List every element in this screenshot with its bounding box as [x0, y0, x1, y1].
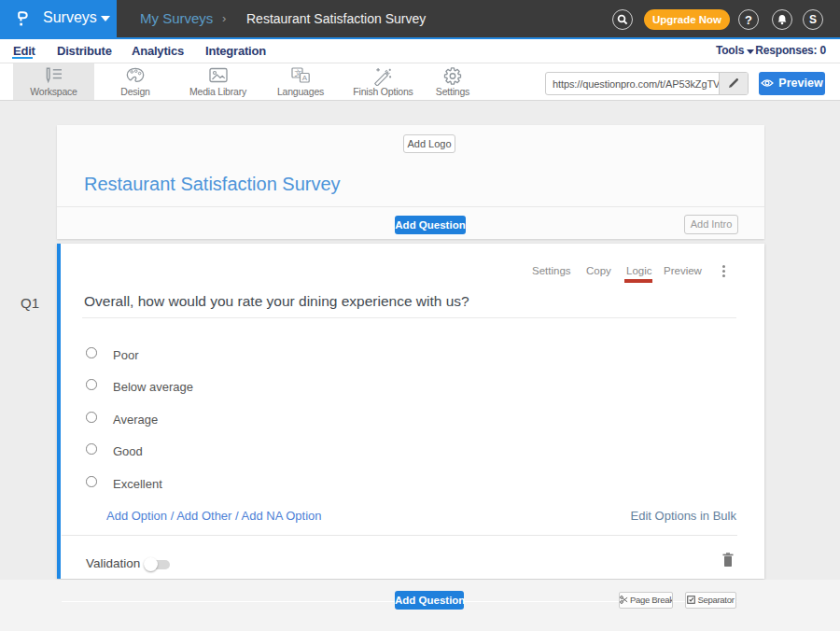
svg-text:A: A [302, 74, 308, 82]
